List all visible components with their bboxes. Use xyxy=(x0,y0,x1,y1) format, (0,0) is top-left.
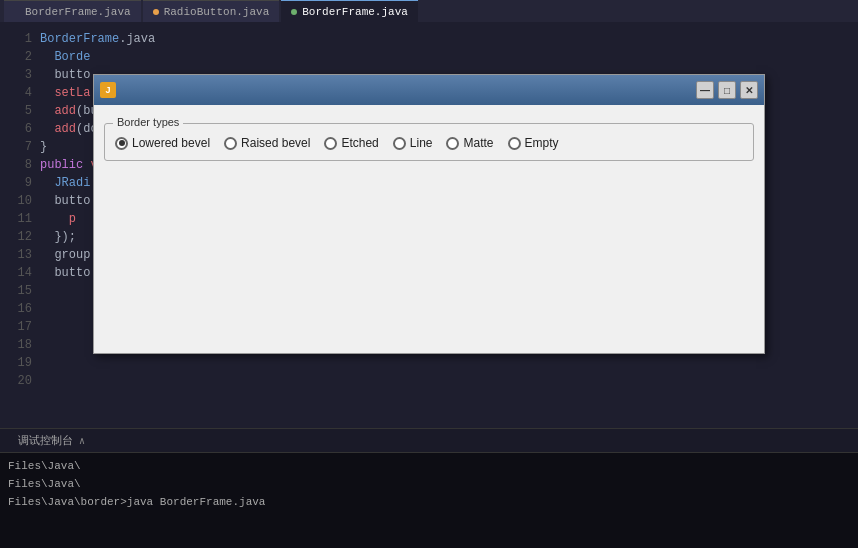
maximize-button[interactable]: □ xyxy=(718,81,736,99)
radio-label-matte: Matte xyxy=(463,136,493,150)
dialog-overlay: J — □ ✕ Border types xyxy=(0,0,858,428)
console-output: Files\Java\ Files\Java\ Files\Java\borde… xyxy=(0,453,858,515)
bottom-panel: 调试控制台 ∧ Files\Java\ Files\Java\ Files\Ja… xyxy=(0,428,858,548)
bottom-tab-bar: 调试控制台 ∧ xyxy=(0,429,858,453)
radio-line[interactable]: Line xyxy=(393,136,433,150)
radio-label-empty: Empty xyxy=(525,136,559,150)
radio-input-empty[interactable] xyxy=(508,137,521,150)
dialog-title-left: J xyxy=(100,82,122,98)
radio-matte[interactable]: Matte xyxy=(446,136,493,150)
radio-input-lowered-bevel[interactable] xyxy=(115,137,128,150)
radio-input-etched[interactable] xyxy=(324,137,337,150)
dialog-window: J — □ ✕ Border types xyxy=(93,74,765,354)
radio-etched[interactable]: Etched xyxy=(324,136,378,150)
radio-empty[interactable]: Empty xyxy=(508,136,559,150)
dialog-titlebar: J — □ ✕ xyxy=(94,75,764,105)
border-types-group: Border types Lowered bevel Raised bevel … xyxy=(104,123,754,161)
radio-input-line[interactable] xyxy=(393,137,406,150)
radio-label-raised-bevel: Raised bevel xyxy=(241,136,310,150)
minimize-button[interactable]: — xyxy=(696,81,714,99)
dialog-body: Border types Lowered bevel Raised bevel … xyxy=(94,105,764,353)
close-button[interactable]: ✕ xyxy=(740,81,758,99)
radio-lowered-bevel[interactable]: Lowered bevel xyxy=(115,136,210,150)
app-icon: J xyxy=(100,82,116,98)
radio-label-line: Line xyxy=(410,136,433,150)
radio-label-etched: Etched xyxy=(341,136,378,150)
group-label: Border types xyxy=(113,116,183,128)
window-controls: — □ ✕ xyxy=(696,81,758,99)
radio-label-lowered-bevel: Lowered bevel xyxy=(132,136,210,150)
console-tab[interactable]: 调试控制台 ∧ xyxy=(8,429,95,453)
radio-input-raised-bevel[interactable] xyxy=(224,137,237,150)
chevron-down-icon: ∧ xyxy=(79,435,85,447)
radio-group: Lowered bevel Raised bevel Etched Line xyxy=(115,128,743,150)
radio-input-matte[interactable] xyxy=(446,137,459,150)
radio-raised-bevel[interactable]: Raised bevel xyxy=(224,136,310,150)
